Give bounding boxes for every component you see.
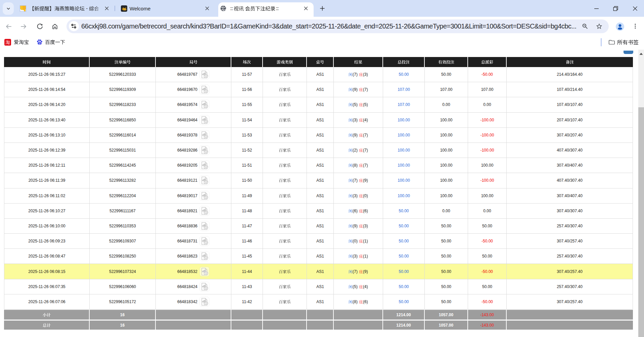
svg-text:du: du <box>39 42 41 44</box>
